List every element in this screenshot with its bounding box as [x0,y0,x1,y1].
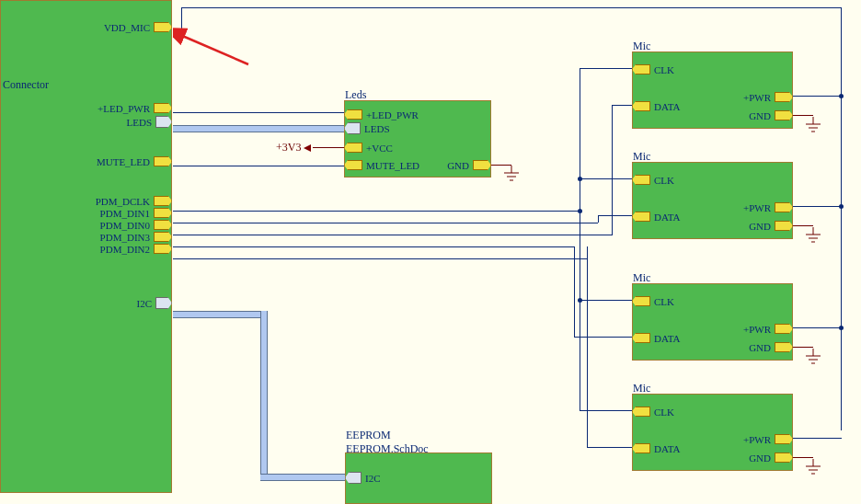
wire [173,112,344,113]
leds-port-mute-led[interactable]: MUTE_LED [344,159,423,171]
port-i2c[interactable]: I2C [133,297,173,309]
port-pdm-din3[interactable]: PDM_DIN3 [97,231,172,243]
wire [173,223,598,223]
port-shape-icon [632,443,650,453]
port-shape-icon [344,160,362,170]
port-shape-icon [344,143,362,153]
bus [173,311,265,318]
junction-icon [578,209,582,213]
port-shape-icon [775,202,793,212]
wire [173,246,574,247]
mic1-port-pwr[interactable]: +PWR [740,91,793,103]
port-shape-icon [632,175,650,185]
connector-title: Connector [3,78,49,92]
port-shape-icon [154,244,172,254]
port-shape-icon [775,110,793,120]
wire [841,7,842,430]
mic-block-1[interactable]: Mic CLK DATA +PWR GND [632,52,793,129]
wire [793,438,842,439]
port-pdm-dclk[interactable]: PDM_DCLK [92,195,172,207]
port-pdm-din1[interactable]: PDM_DIN1 [97,207,172,219]
mic4-port-clk[interactable]: CLK [632,406,678,418]
gnd-symbol-icon [806,227,821,246]
port-shape-icon [775,221,793,231]
leds-port-leds[interactable]: LEDS [344,122,394,134]
wire [173,258,587,259]
port-shape-icon [775,434,793,444]
mic1-port-gnd[interactable]: GND [745,109,793,121]
port-pdm-din0[interactable]: PDM_DIN0 [97,219,172,231]
wire [173,235,613,235]
leds-port-gnd[interactable]: GND [443,159,491,171]
wire [793,225,813,226]
mic4-title: Mic [633,382,650,395]
port-mute-led[interactable]: MUTE_LED [93,155,172,167]
wire [793,327,842,328]
port-shape-icon [344,109,362,120]
mic-block-3[interactable]: Mic CLK DATA +PWR GND [632,283,793,361]
mic3-port-data[interactable]: DATA [632,332,683,344]
bus-port-icon [344,122,361,134]
port-vdd-mic[interactable]: VDD_MIC [100,21,172,33]
wire [587,447,632,448]
leds-port-vcc[interactable]: +VCC [344,142,396,154]
leds-title: Leds [345,88,366,102]
wire [181,7,842,8]
port-shape-icon [154,196,172,206]
junction-icon [578,177,582,181]
mic1-port-clk[interactable]: CLK [632,63,678,75]
mic4-port-pwr[interactable]: +PWR [740,433,793,445]
leds-block[interactable]: Leds +LED_PWR LEDS +VCC MUTE_LED GND [344,100,491,178]
wire [173,166,344,166]
mic2-port-clk[interactable]: CLK [632,174,678,186]
bus-port-icon [345,472,362,484]
wire [587,246,588,447]
power-arrow-icon [304,144,311,152]
mic-block-2[interactable]: Mic CLK DATA +PWR GND [632,162,793,239]
mic4-port-gnd[interactable]: GND [745,452,793,464]
port-shape-icon [154,103,172,113]
wire [580,68,580,411]
mic1-port-data[interactable]: DATA [632,100,683,112]
port-pdm-din2[interactable]: PDM_DIN2 [97,243,172,255]
eeprom-port-i2c[interactable]: I2C [345,472,385,484]
wire [574,337,632,338]
mic3-port-pwr[interactable]: +PWR [740,323,793,335]
mic3-port-clk[interactable]: CLK [632,295,678,307]
mic2-port-gnd[interactable]: GND [745,220,793,232]
port-shape-icon [154,156,172,166]
port-shape-icon [632,296,650,306]
svg-line-21 [180,35,248,64]
annotation-arrow-icon [173,26,265,72]
schematic-canvas: Connector VDD_MIC +LED_PWR LEDS MUTE_LED… [0,0,861,504]
port-shape-icon [632,407,650,417]
wire [793,347,813,348]
wire [580,68,632,69]
connector-block[interactable]: Connector VDD_MIC +LED_PWR LEDS MUTE_LED… [0,0,172,493]
port-shape-icon [775,324,793,334]
bus [260,311,268,476]
mic-block-4[interactable]: Mic CLK DATA +PWR GND [632,394,793,471]
mic2-port-pwr[interactable]: +PWR [740,201,793,213]
port-shape-icon [632,64,650,74]
wire [491,165,511,166]
junction-icon [839,326,844,330]
mic3-port-gnd[interactable]: GND [745,341,793,353]
wire [612,105,632,106]
port-shape-icon [775,342,793,352]
wire [598,215,632,216]
port-leds[interactable]: LEDS [123,116,173,128]
wire [793,96,842,97]
gnd-symbol-icon [806,459,821,477]
port-led-pwr[interactable]: +LED_PWR [94,102,172,114]
port-shape-icon [154,232,172,242]
mic2-port-data[interactable]: DATA [632,211,683,223]
wire [793,457,813,458]
wire [574,246,575,337]
mic4-port-data[interactable]: DATA [632,442,683,454]
leds-port-led-pwr[interactable]: +LED_PWR [344,109,422,120]
eeprom-block[interactable]: EEPROM EEPROM.SchDoc I2C [345,452,492,504]
port-shape-icon [632,212,650,222]
port-shape-icon [775,452,793,463]
mic2-title: Mic [633,150,650,164]
